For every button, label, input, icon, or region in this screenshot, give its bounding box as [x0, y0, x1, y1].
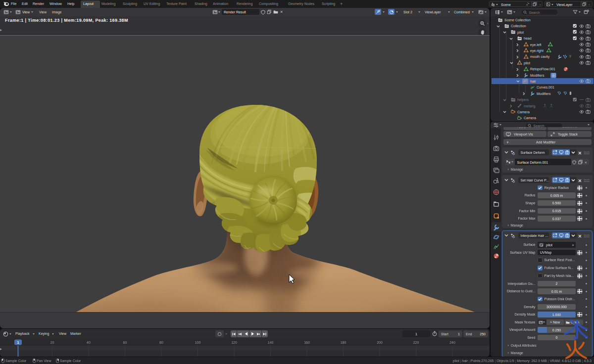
svg-text:220: 220: [413, 341, 419, 344]
svg-text:1: 1: [17, 340, 19, 345]
svg-text:60: 60: [123, 341, 127, 344]
svg-text:140: 140: [268, 341, 274, 344]
svg-text:20: 20: [50, 341, 54, 344]
svg-text:180: 180: [341, 341, 346, 344]
svg-text:40: 40: [87, 341, 91, 344]
svg-text:240: 240: [449, 341, 455, 344]
svg-text:80: 80: [159, 341, 163, 344]
svg-text:100: 100: [195, 341, 201, 344]
svg-text:200: 200: [377, 341, 383, 344]
svg-text:160: 160: [304, 341, 310, 344]
svg-text:120: 120: [231, 341, 237, 344]
